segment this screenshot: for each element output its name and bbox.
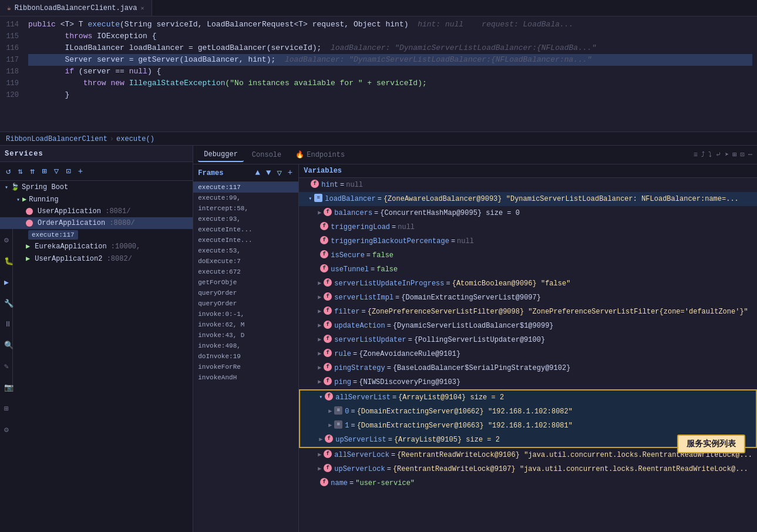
- var-serverlistupdater-name: serverListUpdater: [334, 335, 406, 345]
- var-serverlistupdater-arrow[interactable]: ▶: [318, 335, 321, 345]
- collapse-all-icon[interactable]: ⇈: [29, 165, 36, 177]
- left-icon-wrench[interactable]: 🔧: [2, 297, 10, 310]
- panel-tab-icons: ≡ ⤴ ⤵ ⤶ ➤ ⊞ ⊡ ⋯: [694, 150, 752, 159]
- var-allserverlist-0-icon: ≡: [334, 406, 342, 415]
- var-upserverlist-arrow[interactable]: ▶: [319, 435, 322, 445]
- left-icon-run[interactable]: ▶: [2, 276, 10, 289]
- frame-item-8[interactable]: execute:672: [193, 267, 298, 277]
- left-icon-configure[interactable]: ⚙: [2, 234, 10, 247]
- panel-icon-runtocursor[interactable]: ➤: [725, 150, 729, 159]
- var-loadbalancer: ▾ ≡ loadBalancer = {ZoneAwareLoadBalance…: [299, 192, 757, 206]
- expand-arrow-running: ▾: [16, 196, 20, 203]
- var-balancers-arrow[interactable]: ▶: [318, 208, 321, 218]
- left-icon-camera[interactable]: 📷: [2, 381, 10, 394]
- left-icon-pause[interactable]: ⏸: [2, 318, 10, 331]
- panel-icon-more[interactable]: ⋯: [748, 150, 752, 159]
- frame-item-2[interactable]: intercept:58,: [193, 203, 298, 214]
- breadcrumb-class: RibbonLoadBalancerClient: [6, 135, 107, 143]
- services-label: Services: [5, 150, 43, 158]
- sidebar-toolbar: ↺ ⇅ ⇈ ⊞ ▽ ⊡ +: [0, 162, 193, 181]
- var-rule-icon: f: [324, 349, 332, 357]
- tree-eurekaaplication[interactable]: ▶ EurekaApplication :10000,: [0, 240, 193, 252]
- panel-icon-evaluate[interactable]: ⊞: [732, 150, 736, 159]
- editor-tab[interactable]: ☕ RibbonLoadBalancerClient.java ✕: [0, 0, 152, 16]
- frame-item-3[interactable]: execute:93,: [193, 214, 298, 224]
- panel-icon-stepout[interactable]: ⤶: [715, 150, 721, 159]
- var-allserverlist-val: {ArrayList@9104} size = 2: [398, 392, 504, 403]
- frame-item-1[interactable]: execute:99,: [193, 193, 298, 203]
- var-allserverlist-arrow[interactable]: ▾: [319, 392, 322, 403]
- var-upserverlock-arrow[interactable]: ▶: [318, 464, 321, 474]
- var-allserverlist-icon: f: [325, 392, 333, 400]
- frame-item-7[interactable]: doExecute:7: [193, 256, 298, 267]
- tab-console[interactable]: Console: [246, 149, 287, 161]
- var-serverlistupdate-arrow[interactable]: ▶: [318, 278, 321, 289]
- tree-running-label: Running: [29, 196, 58, 204]
- frame-item-0[interactable]: execute:117: [193, 182, 298, 193]
- left-icon-debug[interactable]: 🐛: [2, 255, 10, 268]
- tree-userapplication[interactable]: UserApplication :8081/: [0, 206, 193, 217]
- frame-item-11[interactable]: queryOrder: [193, 298, 298, 309]
- left-icon-edit[interactable]: ✎: [2, 360, 10, 373]
- var-ping-arrow[interactable]: ▶: [318, 377, 321, 388]
- frames-filter-icon[interactable]: ▽: [275, 167, 282, 179]
- var-ping-name: ping: [334, 377, 351, 388]
- panel-icon-stepinto[interactable]: ⤵: [708, 150, 712, 159]
- var-hint-val: null: [346, 180, 363, 190]
- frames-down-icon[interactable]: ▼: [265, 167, 272, 179]
- var-allserverlist-0-arrow[interactable]: ▶: [328, 406, 332, 417]
- add-icon[interactable]: +: [77, 166, 84, 177]
- panel-tab-bar: Debugger Console 🔥Endpoints ≡ ⤴ ⤵ ⤶ ➤ ⊞ …: [193, 146, 757, 164]
- expand-arrow-springboot: ▾: [5, 184, 8, 191]
- frame-item-4[interactable]: executeInte...: [193, 224, 298, 235]
- frame-item-17[interactable]: invokeForRe: [193, 362, 298, 372]
- tab-debugger[interactable]: Debugger: [198, 148, 244, 162]
- frames-up-icon[interactable]: ▲: [254, 167, 261, 179]
- tree-running[interactable]: ▾ ▶ Running: [0, 193, 193, 206]
- variables-header-row: Variables: [299, 164, 757, 178]
- var-pingstrategy: ▶ f pingStrategy = {BaseLoadBalancer$Ser…: [299, 361, 757, 375]
- frame-item-10[interactable]: queryOrder: [193, 288, 298, 298]
- frame-item-13[interactable]: invoke:62, M: [193, 319, 298, 330]
- var-serverlistimpl-arrow[interactable]: ▶: [318, 292, 321, 303]
- left-icon-grid[interactable]: ⊞: [2, 402, 10, 415]
- frame-item-5[interactable]: executeInte...: [193, 235, 298, 245]
- var-balancers-name: balancers: [334, 208, 372, 218]
- frames-add-icon[interactable]: +: [287, 167, 294, 179]
- frame-item-16[interactable]: doInvoke:19: [193, 351, 298, 362]
- var-name-icon: f: [320, 478, 328, 486]
- var-filter-arrow[interactable]: ▶: [318, 307, 321, 317]
- restore-icon[interactable]: ⊡: [65, 165, 72, 177]
- frame-item-9[interactable]: getForObje: [193, 277, 298, 288]
- left-icon-lens[interactable]: 🔍: [2, 339, 10, 352]
- frame-item-6[interactable]: execute:53,: [193, 245, 298, 256]
- frame-item-15[interactable]: invoke:498,: [193, 341, 298, 351]
- panel-icon-lines[interactable]: ≡: [694, 151, 698, 159]
- close-tab-icon[interactable]: ✕: [140, 5, 144, 12]
- var-updateaction-arrow[interactable]: ▶: [318, 321, 321, 331]
- var-serverlistupdater: ▶ f serverListUpdater = {PollingServerLi…: [299, 333, 757, 347]
- var-rule-name: rule: [334, 349, 351, 359]
- rerun-icon[interactable]: ↺: [5, 165, 12, 177]
- var-updateaction-val: {DynamicServerListLoadBalancer$1@9099}: [393, 321, 554, 331]
- group-icon[interactable]: ⊞: [41, 165, 48, 177]
- tree-orderapplication[interactable]: OrderApplication :8080/: [0, 217, 193, 229]
- filter-icon[interactable]: ▽: [53, 165, 60, 177]
- tab-endpoints[interactable]: 🔥Endpoints: [290, 148, 351, 161]
- var-serverlistimpl-name: serverListImpl: [334, 292, 393, 303]
- var-allserverlist-1-arrow[interactable]: ▶: [328, 420, 332, 431]
- var-pingstrategy-arrow[interactable]: ▶: [318, 363, 321, 373]
- tree-springboot[interactable]: ▾ 🍃 Spring Boot: [0, 181, 193, 193]
- frame-item-14[interactable]: invoke:43, D: [193, 330, 298, 341]
- frame-item-12[interactable]: invoke:0:-1,: [193, 309, 298, 319]
- var-allserverlist: ▾ f allServerList = {ArrayList@9104} siz…: [299, 389, 757, 405]
- frame-item-18[interactable]: invokeAndH: [193, 372, 298, 383]
- var-rule-arrow[interactable]: ▶: [318, 349, 321, 359]
- tree-userapplication2[interactable]: ▶ UserApplication2 :8082/: [0, 252, 193, 265]
- var-allserverlock-arrow[interactable]: ▶: [318, 450, 321, 460]
- panel-icon-stepover[interactable]: ⤴: [701, 150, 705, 159]
- scroll-to-icon[interactable]: ⇅: [16, 165, 23, 177]
- left-icon-gear[interactable]: ⚙: [2, 423, 10, 436]
- var-loadbalancer-arrow[interactable]: ▾: [308, 194, 312, 204]
- panel-icon-grid2[interactable]: ⊡: [741, 150, 745, 159]
